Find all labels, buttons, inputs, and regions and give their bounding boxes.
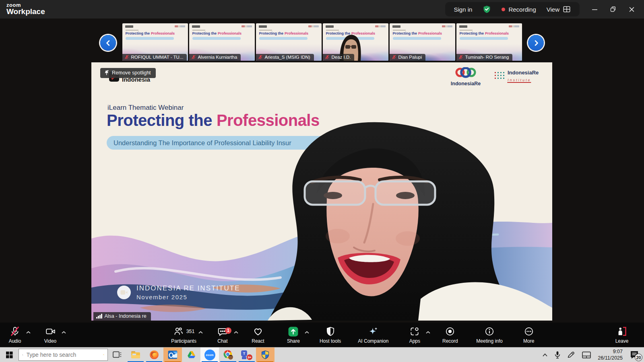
participants-options-chevron[interactable] [198, 328, 203, 335]
clock-time: 9:07 [598, 348, 623, 355]
audio-button[interactable]: Audio [6, 323, 24, 347]
mini-slide-brand [175, 25, 185, 27]
mini-slide-title: Protecting theProfessionals [126, 31, 175, 35]
chat-badge: 1 [225, 327, 231, 334]
meeting-info-button[interactable]: Meeting info [476, 323, 502, 347]
filmstrip-prev-button[interactable] [100, 35, 116, 51]
muted-mic-icon [191, 55, 196, 60]
react-button[interactable]: React [249, 323, 267, 347]
taskbar-clock[interactable]: 9:07 26/11/2025 [598, 348, 623, 362]
participant-name: Ariesta_S (MSIG IDN) [265, 55, 310, 60]
chat-button[interactable]: 1 Chat [213, 323, 232, 347]
mini-subtitle-pill [460, 37, 508, 40]
video-button[interactable]: Video [41, 323, 60, 347]
tray-pen-icon[interactable] [567, 351, 575, 358]
taskbar-icon-windows-security[interactable] [256, 348, 275, 362]
video-options-chevron[interactable] [62, 328, 66, 335]
recording-indicator[interactable]: Recording [502, 6, 536, 13]
participant-thumbnail-with-video[interactable]: Protecting theProfessionals Deaz I.D. [323, 23, 388, 61]
participants-button[interactable]: 351 Participants [171, 323, 196, 347]
search-input[interactable] [27, 352, 99, 358]
leave-button[interactable]: Leave [613, 323, 631, 347]
task-view-icon [113, 351, 122, 358]
notification-center-button[interactable]: 20 [630, 350, 639, 360]
mini-slide-title: Protecting theProfessionals [393, 31, 442, 35]
mini-kicker [192, 30, 205, 31]
gallery-view-icon [563, 6, 571, 13]
participant-thumbnail[interactable]: Protecting theProfessionals Dian Palupi [390, 23, 455, 61]
mini-kicker [460, 30, 473, 31]
more-label: More [523, 338, 534, 344]
minimize-button[interactable] [588, 2, 601, 16]
taskbar-icon-firefox[interactable] [145, 348, 163, 362]
teams-letter: T [241, 350, 247, 356]
participant-thumbnail[interactable]: Protecting theProfessionals Alvernia Kur… [189, 23, 255, 61]
apps-label: Apps [409, 338, 420, 344]
taskbar-icon-chrome[interactable] [219, 348, 237, 362]
sign-in-label: Sign in [454, 6, 473, 13]
record-button[interactable]: Record [441, 323, 459, 347]
mini-slide-title: Protecting theProfessionals [259, 31, 309, 35]
remove-spotlight-button[interactable]: Remove spotlight [100, 68, 156, 78]
view-menu-button[interactable]: View [547, 6, 571, 13]
participant-thumbnail[interactable]: Protecting theProfessionals Tuminah- RO … [456, 23, 522, 61]
sign-in-button[interactable]: Sign in [454, 6, 473, 13]
chrome-icon [223, 350, 233, 360]
share-options-chevron[interactable] [305, 328, 309, 335]
host-tools-button[interactable]: Host tools [320, 323, 341, 347]
taskbar-icon-zoom[interactable]: zoom [200, 348, 219, 362]
task-view-button[interactable] [108, 348, 126, 362]
zoom-workplace-logo: zoom Workplace [6, 2, 45, 16]
participant-name: ROFIQUL UMMAT - TU... [131, 55, 184, 60]
close-button[interactable] [625, 2, 638, 16]
logo-workplace-text: Workplace [6, 7, 45, 16]
tray-expand-chevron[interactable] [542, 353, 548, 357]
apps-options-chevron[interactable] [426, 328, 430, 335]
windows-logo-icon [6, 352, 13, 358]
window-controls [588, 0, 644, 19]
mini-kicker [126, 30, 138, 31]
mini-slide-brand [242, 25, 252, 27]
participant-thumbnail[interactable]: Protecting theProfessionals ROFIQUL UMMA… [122, 23, 188, 61]
mini-slide-title: Protecting theProfessionals [460, 31, 509, 35]
tray-microphone-icon[interactable] [555, 351, 560, 359]
participant-thumbnail[interactable]: Protecting theProfessionals Ariesta_S (M… [256, 23, 322, 61]
more-button[interactable]: More [520, 323, 538, 347]
defender-shield-icon [260, 350, 270, 360]
share-button[interactable]: Share [284, 323, 303, 347]
taskbar-icon-file-explorer[interactable] [126, 348, 145, 362]
audio-options-chevron[interactable] [26, 328, 31, 335]
spotlight-video[interactable]: Danantara Indonesia IndonesiaRe Indonesi… [91, 62, 552, 321]
chat-label: Chat [217, 338, 227, 344]
participant-name: Tuminah- RO Serang [465, 55, 509, 60]
mini-subtitle-pill [192, 37, 241, 40]
start-button[interactable] [0, 348, 19, 362]
apps-button[interactable]: Apps [405, 323, 424, 347]
zoom-app-icon: zoom [204, 350, 215, 360]
security-shield-icon[interactable] [483, 5, 491, 14]
taskbar-search[interactable] [19, 349, 108, 361]
google-drive-icon [186, 350, 196, 360]
filmstrip-next-button[interactable] [528, 35, 544, 51]
muted-mic-icon [258, 55, 263, 60]
recording-label: Recording [508, 6, 536, 13]
mini-slide-logo [459, 25, 467, 28]
ai-companion-button[interactable]: AI Companion [358, 323, 388, 347]
tray-touchpad-icon[interactable] [582, 352, 591, 358]
recording-dot-icon [502, 8, 505, 11]
share-label: Share [287, 338, 300, 344]
react-label: React [252, 338, 264, 344]
taskbar-icon-google-drive[interactable] [182, 348, 200, 362]
file-explorer-icon [130, 350, 141, 360]
outlook-icon [167, 350, 178, 360]
heart-icon [253, 326, 263, 337]
video-label: Video [44, 338, 56, 344]
participant-name: Deaz I.D. [332, 55, 351, 60]
restore-button[interactable] [606, 2, 620, 16]
taskbar-icon-teams[interactable]: T 9+ [237, 348, 256, 362]
taskbar-icon-outlook[interactable] [163, 348, 182, 362]
search-highlights-sparkle-icon [103, 350, 104, 360]
chat-options-chevron[interactable] [234, 328, 238, 335]
speaker-name: Alsa - Indonesia re [105, 313, 147, 319]
participant-filmstrip: Protecting theProfessionals ROFIQUL UMMA… [0, 23, 644, 61]
